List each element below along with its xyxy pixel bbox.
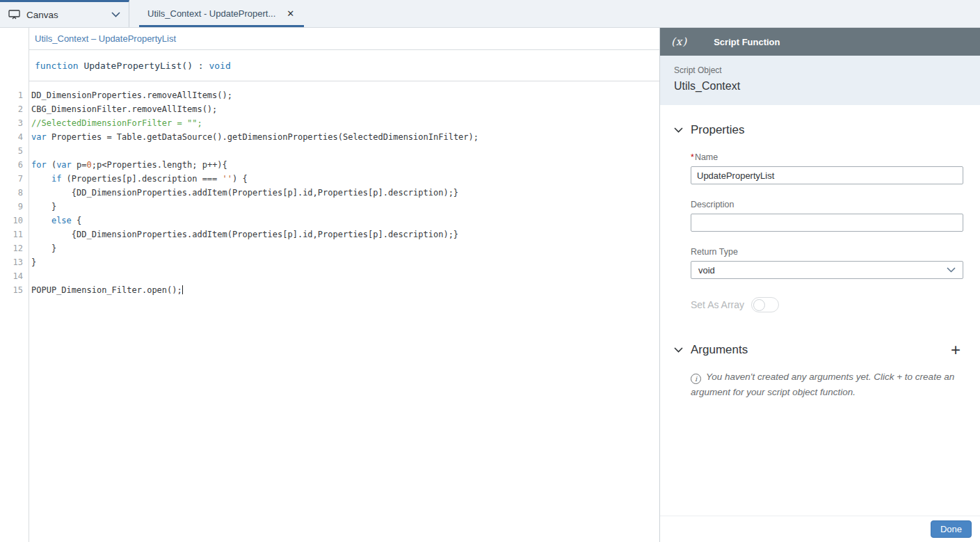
code-line[interactable]: 7 if (Properties[p].description === '') …: [0, 172, 659, 186]
top-bar: Canvas Utils_Context - UpdatePropert... …: [0, 0, 980, 28]
line-number: 1: [0, 88, 29, 102]
arguments-section: Arguments + iYou haven't created any arg…: [674, 343, 963, 400]
chevron-down-icon: [947, 267, 956, 273]
line-number: 11: [0, 228, 29, 241]
name-input[interactable]: [691, 166, 963, 184]
line-number: 3: [0, 116, 29, 130]
arguments-section-header[interactable]: Arguments +: [674, 343, 963, 357]
line-number: 7: [0, 172, 29, 186]
return-type-select[interactable]: void: [691, 261, 963, 279]
code-line[interactable]: 3//SelectedDimensionForFilter = "";: [0, 116, 659, 130]
done-button[interactable]: Done: [931, 520, 972, 538]
code-line[interactable]: 4var Properties = Table.getDataSource().…: [0, 130, 659, 144]
line-number: 9: [0, 200, 29, 214]
code-line[interactable]: 10 else {: [0, 214, 659, 228]
code-line[interactable]: 14: [0, 269, 659, 283]
chevron-down-icon: [674, 347, 683, 353]
script-function-icon: (x): [671, 35, 687, 48]
line-number: 10: [0, 214, 29, 228]
line-number: 6: [0, 158, 29, 172]
line-number: 13: [0, 255, 29, 269]
gutter-divider: [29, 28, 29, 542]
tab-close-icon[interactable]: ✕: [285, 8, 296, 19]
arguments-empty-message: iYou haven't created any arguments yet. …: [691, 369, 963, 400]
description-input[interactable]: [691, 214, 963, 232]
line-number: 15: [0, 283, 29, 297]
line-number: 8: [0, 186, 29, 200]
return-type-value: void: [698, 265, 715, 276]
breadcrumb: Utils_Context – UpdatePropertyList: [35, 33, 176, 44]
properties-fields: *Name Description Return Type void Set A…: [691, 152, 963, 312]
code-line[interactable]: 6for (var p=0;p<Properties.length; p++){: [0, 158, 659, 172]
set-as-array-label: Set As Array: [691, 299, 744, 310]
tab-utils-context-updatepropertylist[interactable]: Utils_Context - UpdatePropert... ✕: [139, 0, 304, 27]
panel-header: (x) Script Function: [660, 28, 980, 56]
properties-section-title: Properties: [691, 123, 744, 137]
script-object-section: Script Object Utils_Context: [660, 56, 980, 105]
set-as-array-toggle[interactable]: [751, 297, 779, 312]
script-object-value: Utils_Context: [674, 80, 966, 93]
canvas-icon: [8, 10, 20, 19]
script-editor: Utils_Context – UpdatePropertyList funct…: [0, 28, 659, 542]
text-cursor: [182, 285, 183, 294]
code-line[interactable]: 2CBG_DimensionFilter.removeAllItems();: [0, 102, 659, 116]
toggle-knob: [753, 299, 765, 311]
code-line[interactable]: 15POPUP_Dimension_Filter.open();: [0, 283, 659, 297]
panel-title: Script Function: [714, 37, 780, 47]
script-object-label: Script Object: [674, 65, 966, 75]
line-number: 4: [0, 130, 29, 144]
line-number: 12: [0, 241, 29, 255]
panel-body: Properties *Name Description Return Type…: [660, 105, 980, 516]
code-line[interactable]: 1DD_DimensionProperties.removeAllItems()…: [0, 88, 659, 102]
canvas-selector-label: Canvas: [26, 10, 105, 20]
code-line[interactable]: 12 }: [0, 241, 659, 255]
chevron-down-icon: [674, 127, 683, 133]
line-number: 14: [0, 269, 29, 283]
code-line[interactable]: 5: [0, 144, 659, 158]
description-field-label: Description: [691, 200, 963, 209]
function-signature: function UpdatePropertyList() : void: [29, 50, 659, 81]
code-line[interactable]: 8 {DD_DimensionProperties.addItem(Proper…: [0, 186, 659, 200]
chevron-down-icon: [111, 12, 120, 17]
panel-footer: Done: [660, 516, 980, 542]
editor-breadcrumb-bar: Utils_Context – UpdatePropertyList: [29, 28, 659, 50]
main-area: Utils_Context – UpdatePropertyList funct…: [0, 28, 980, 542]
tab-label: Utils_Context - UpdatePropert...: [147, 8, 275, 19]
code-line[interactable]: 9 }: [0, 200, 659, 214]
code-line[interactable]: 13}: [0, 255, 659, 269]
name-field-label: *Name: [691, 152, 963, 162]
code-line[interactable]: 11 {DD_DimensionProperties.addItem(Prope…: [0, 228, 659, 241]
info-icon: i: [691, 374, 701, 384]
line-number: 5: [0, 144, 29, 158]
line-number: 2: [0, 102, 29, 116]
set-as-array-row: Set As Array: [691, 297, 963, 312]
script-function-panel: (x) Script Function Script Object Utils_…: [659, 28, 980, 542]
required-indicator: *: [691, 152, 694, 162]
code-area[interactable]: 1DD_DimensionProperties.removeAllItems()…: [0, 81, 659, 297]
add-argument-button[interactable]: +: [948, 343, 963, 357]
arguments-section-title: Arguments: [691, 343, 748, 357]
return-type-field-label: Return Type: [691, 247, 963, 257]
canvas-selector[interactable]: Canvas: [0, 0, 129, 27]
properties-section-header[interactable]: Properties: [674, 123, 963, 137]
